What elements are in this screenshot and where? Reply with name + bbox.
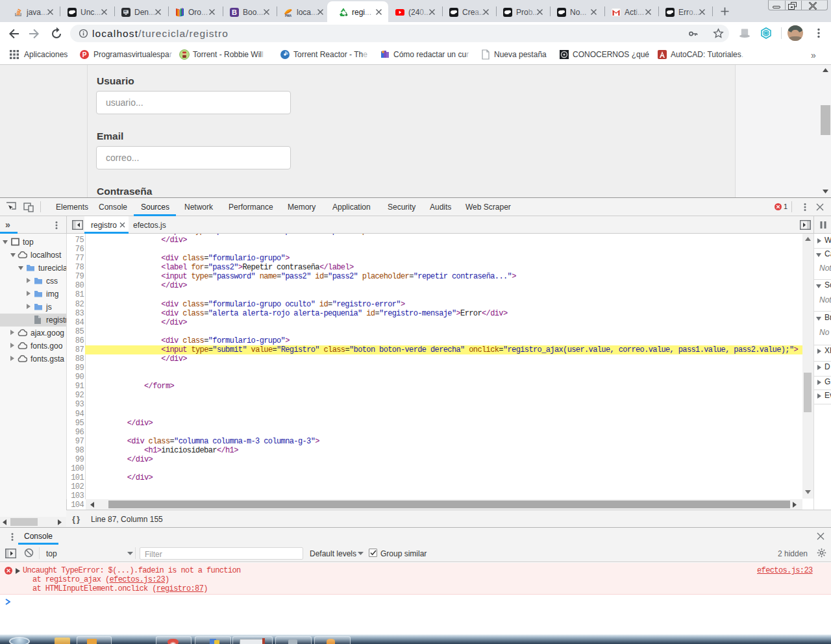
svg-text:P: P — [82, 51, 87, 58]
svg-text:B: B — [232, 8, 237, 16]
svg-text:PMA: PMA — [285, 14, 292, 18]
